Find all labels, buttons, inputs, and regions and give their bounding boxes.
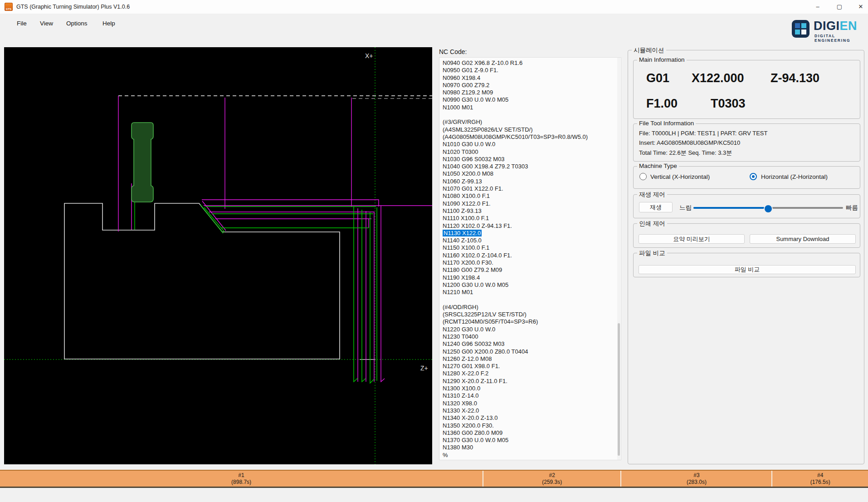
maximize-button[interactable]: ▢ — [829, 0, 850, 14]
summary-preview-button[interactable]: 요약 미리보기 — [639, 234, 745, 244]
radio-horizontal[interactable] — [750, 173, 757, 180]
nc-code-line[interactable]: N1070 G01 X122.0 F1. — [443, 185, 615, 192]
operation-segment[interactable]: #3(283.0s) — [621, 471, 772, 487]
menu-file[interactable]: File — [17, 18, 27, 29]
file-compare-button[interactable]: 파일 비교 — [639, 265, 856, 274]
nc-code-line[interactable]: % — [443, 452, 615, 459]
toolpath-drawing: X+ Z+ — [4, 47, 432, 464]
nc-code-line[interactable]: N1000 M01 — [443, 104, 615, 111]
minimize-button[interactable]: – — [807, 0, 828, 14]
fast-label: 빠름 — [846, 204, 858, 212]
nc-code-line[interactable]: N1290 X-20.0 Z-11.0 F1. — [443, 378, 615, 385]
file-compare-groupbox: 파일 비교 파일 비교 — [633, 253, 860, 277]
menu-help[interactable]: Help — [102, 18, 115, 29]
nc-code-line[interactable]: N1050 X200.0 M08 — [443, 170, 615, 177]
nc-code-list: N0940 G02 X96.8 Z-10.0 R1.6N0950 G01 Z-9… — [443, 59, 615, 459]
nc-code-line[interactable]: (RCMT1204M0/S05F/T04=SP3=R6) — [443, 318, 615, 325]
nc-code-line[interactable]: N1320 X98.0 — [443, 400, 615, 407]
operation-segment[interactable]: #2(259.3s) — [483, 471, 621, 487]
nc-code-line[interactable]: N1300 X100.0 — [443, 385, 615, 392]
radio-vertical[interactable] — [639, 173, 647, 180]
nc-code-line[interactable]: N1180 G00 Z79.2 M09 — [443, 266, 615, 274]
nc-code-line[interactable]: N1280 X-22.0 F.2 — [443, 370, 615, 377]
radio-horizontal-label[interactable]: Horizontal (Z-Horizontal) — [761, 173, 828, 180]
time-info-line: Total Time: 22.6분 Seq. Time: 3.3분 — [639, 149, 732, 157]
nc-code-line[interactable]: N1120 X102.0 Z-94.13 F1. — [443, 222, 615, 230]
nc-code-line[interactable]: (#3/GRV/RGH) — [443, 118, 615, 126]
nc-code-line[interactable]: N1080 X100.0 F.1 — [443, 192, 615, 200]
nc-code-line[interactable]: N0980 Z129.2 M09 — [443, 89, 615, 96]
nc-code-box[interactable]: N0940 G02 X96.8 Z-10.0 R1.6N0950 G01 Z-9… — [439, 57, 621, 460]
nc-code-line[interactable]: N1230 T0400 — [443, 333, 615, 340]
nc-code-line[interactable]: N1040 G00 X198.4 Z79.2 T0303 — [443, 163, 615, 170]
nc-code-line[interactable]: N1100 Z-93.13 — [443, 207, 615, 215]
nc-code-line[interactable]: N1060 Z-99.13 — [443, 178, 615, 185]
speed-slider-handle[interactable] — [764, 204, 773, 213]
operation-segment-id: #2 — [483, 472, 620, 478]
app-icon-text: GTS — [5, 8, 13, 10]
nc-code-line[interactable]: N1250 G00 X200.0 Z80.0 T0404 — [443, 348, 615, 355]
app-window: GTS GTS (Graphic Turning Simulator) Plus… — [0, 0, 868, 502]
nc-code-line[interactable]: N1170 X200.0 F30. — [443, 259, 615, 266]
nc-code-line[interactable] — [443, 296, 615, 304]
nc-code-line[interactable]: (A4G0805M08U08GMP/KC5010/T03=SP3=R0.8/W5… — [443, 133, 615, 141]
speed-slider[interactable] — [693, 207, 843, 209]
nc-code-line[interactable]: N1310 Z-14.0 — [443, 392, 615, 399]
nc-code-line[interactable] — [443, 111, 615, 118]
menu-options[interactable]: Options — [66, 18, 88, 29]
nc-code-line[interactable]: N1190 X198.4 — [443, 274, 615, 281]
operation-segment[interactable]: #1(898.7s) — [0, 471, 483, 487]
nc-code-line[interactable]: N0940 G02 X96.8 Z-10.0 R1.6 — [443, 59, 615, 67]
nc-code-line[interactable]: (A4SML3225P0826/LV SET/STD/) — [443, 126, 615, 133]
nc-code-line[interactable]: (SRSCL3225P12/LV SET/STD/) — [443, 311, 615, 318]
nc-code-line[interactable]: N1160 X102.0 Z-104.0 F1. — [443, 252, 615, 259]
digien-logo: DIGIEN DIGITAL ENGINEERING — [791, 18, 866, 41]
nc-code-line[interactable]: N1110 X100.0 F.1 — [443, 215, 615, 222]
file-compare-title: 파일 비교 — [637, 249, 667, 257]
nc-code-line[interactable]: N1270 G01 X98.0 F1. — [443, 363, 615, 370]
menu-view[interactable]: View — [40, 18, 53, 29]
nc-code-line[interactable]: N1370 G30 U.0 W.0 M05 — [443, 437, 615, 444]
nc-code-line[interactable]: N1020 T0300 — [443, 148, 615, 156]
nc-code-line[interactable]: N1260 Z-12.0 M08 — [443, 355, 615, 363]
nc-scrollbar-thumb[interactable] — [618, 323, 620, 456]
nc-code-line[interactable]: N0950 G01 Z-9.0 F1. — [443, 67, 615, 74]
nc-code-line[interactable]: N0990 G30 U.0 W.0 M05 — [443, 96, 615, 103]
operation-segment[interactable]: #4(176.5s) — [772, 471, 868, 487]
nc-code-line[interactable]: (#4/OD/RGH) — [443, 304, 615, 311]
simulation-panel: 시뮬레이션 Main Information G01 X122.000 Z-94… — [628, 50, 864, 464]
nc-code-label: NC Code: — [439, 48, 467, 55]
nc-code-line[interactable]: N1360 G00 Z80.0 M09 — [443, 429, 615, 437]
nc-code-selected-line[interactable]: N1130 X122.0 — [443, 230, 482, 236]
nc-code-line[interactable]: N0960 X198.4 — [443, 74, 615, 82]
nc-code-line[interactable]: N1240 G96 S0032 M03 — [443, 340, 615, 348]
operation-segment-id: #3 — [621, 472, 771, 478]
radio-vertical-label[interactable]: Vertical (X-Horizontal) — [650, 173, 710, 180]
insert-info-line: Insert: A4G0805M08U08GMP/KC5010 — [639, 139, 740, 146]
nc-code-line[interactable]: N1090 X122.0 F1. — [443, 200, 615, 207]
nc-code-line[interactable]: N1210 M01 — [443, 289, 615, 296]
feed-move-paths — [135, 202, 377, 383]
simulation-canvas[interactable]: X+ Z+ — [4, 47, 432, 464]
play-button[interactable]: 재생 — [639, 202, 673, 212]
nc-code-line[interactable]: N1010 G30 U.0 W.0 — [443, 141, 615, 148]
nc-code-line[interactable]: N0970 G00 Z79.2 — [443, 82, 615, 89]
nc-code-line[interactable]: N1140 Z-105.0 — [443, 237, 615, 244]
nc-code-line[interactable]: N1030 G96 S0032 M03 — [443, 156, 615, 163]
nc-code-line[interactable]: N1150 X100.0 F.1 — [443, 244, 615, 251]
nc-code-line[interactable]: N1350 X200.0 F30. — [443, 422, 615, 429]
close-button[interactable]: ✕ — [850, 0, 868, 14]
nc-code-line[interactable]: N1200 G30 U.0 W.0 M05 — [443, 281, 615, 289]
main-information-title: Main Information — [637, 56, 687, 63]
slow-label: 느림 — [679, 204, 692, 212]
nc-scrollbar[interactable] — [617, 58, 620, 460]
summary-download-button[interactable]: Summary Download — [750, 234, 856, 244]
playback-control-groupbox: 재생 제어 재생 느림 빠름 — [633, 194, 860, 218]
nc-code-line[interactable]: N1330 X-22.0 — [443, 407, 615, 414]
current-z: Z-94.130 — [770, 71, 819, 85]
nc-code-line[interactable]: N1130 X122.0 — [443, 230, 615, 237]
nc-code-line[interactable]: N1340 X-20.0 Z-13.0 — [443, 414, 615, 422]
nc-code-line[interactable]: N1380 M30 — [443, 444, 615, 451]
print-control-groupbox: 인쇄 제어 요약 미리보기 Summary Download — [633, 223, 860, 248]
nc-code-line[interactable]: N1220 G30 U.0 W.0 — [443, 326, 615, 333]
